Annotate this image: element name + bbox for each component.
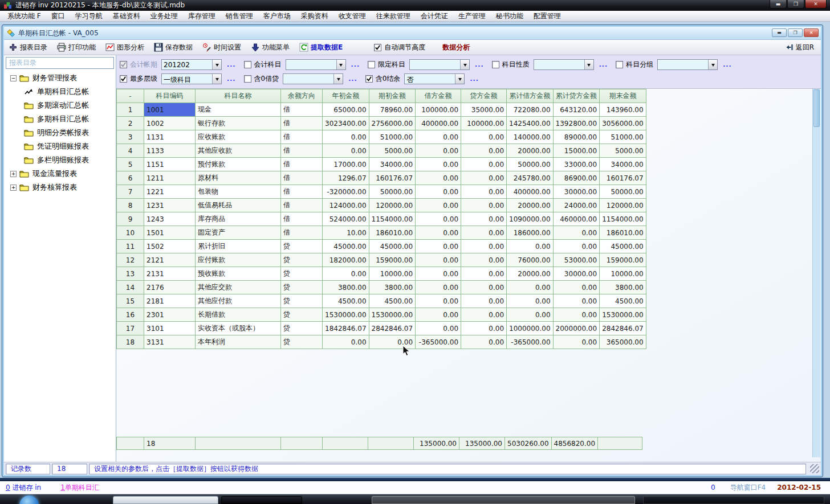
tree-item-multi-column-detail-ledger[interactable]: 多栏明细账报表 bbox=[6, 153, 114, 167]
credit-amount[interactable]: 0.00 bbox=[461, 171, 507, 185]
year-initial-amount[interactable]: 124000.00 bbox=[323, 199, 369, 212]
ending-amount[interactable]: 120000.00 bbox=[600, 199, 646, 212]
child-restore-button[interactable]: ❐ bbox=[788, 28, 803, 37]
year-initial-amount[interactable]: 0.00 bbox=[323, 335, 369, 349]
table-row[interactable]: 71221包装物借-320000.0050000.000.000.0040000… bbox=[117, 185, 646, 199]
ending-amount[interactable]: 2842846.07 bbox=[600, 322, 646, 335]
subject-code[interactable]: 3101 bbox=[144, 322, 196, 335]
credit-amount[interactable]: 0.00 bbox=[461, 144, 507, 158]
include-zero-balance-checkbox[interactable] bbox=[365, 75, 373, 83]
accum-debit-amount[interactable]: 0.00 bbox=[507, 308, 554, 322]
accum-credit-amount[interactable]: 0.00 bbox=[553, 308, 600, 322]
menu-item[interactable]: 窗口 bbox=[46, 11, 70, 21]
credit-amount[interactable]: 35000.00 bbox=[461, 103, 507, 117]
printer-button[interactable]: 打印功能 bbox=[57, 43, 96, 52]
chevron-down-icon[interactable] bbox=[336, 60, 345, 69]
table-row[interactable]: 183131本年利润贷0.000.00-365000.000.00-365000… bbox=[117, 335, 646, 349]
subject-code[interactable]: 1133 bbox=[144, 144, 196, 158]
row-number[interactable]: 3 bbox=[117, 130, 144, 144]
credit-amount[interactable]: 0.00 bbox=[461, 335, 507, 349]
table-row[interactable]: 81231低值易耗品借124000.00120000.000.000.00200… bbox=[117, 199, 646, 212]
ending-amount[interactable]: 3056000.00 bbox=[600, 117, 646, 130]
debit-amount[interactable]: 100000.00 bbox=[416, 103, 461, 117]
column-header-accum-credit-amount[interactable]: 累计贷方金额 bbox=[553, 89, 600, 103]
subject-name[interactable]: 其他应交款 bbox=[196, 281, 281, 294]
accounting-period-select[interactable]: 201202 bbox=[161, 59, 222, 70]
accum-debit-amount[interactable]: 76000.00 bbox=[507, 253, 554, 267]
expand-icon[interactable]: + bbox=[10, 185, 17, 191]
subject-code[interactable]: 1502 bbox=[144, 240, 196, 253]
row-number[interactable]: 7 bbox=[117, 185, 144, 199]
balance-direction[interactable]: 贷 bbox=[281, 308, 323, 322]
row-number[interactable]: 1 bbox=[117, 103, 144, 117]
period-initial-amount[interactable]: 45000.00 bbox=[369, 240, 416, 253]
down-arrow-button[interactable]: 功能菜单 bbox=[251, 43, 290, 52]
subject-code[interactable]: 2181 bbox=[144, 294, 196, 308]
row-number[interactable]: 4 bbox=[117, 144, 144, 158]
menu-item[interactable]: 配置管理 bbox=[528, 11, 566, 21]
collapse-icon[interactable]: − bbox=[10, 75, 17, 81]
tab-main-window[interactable]: 0 进销存 in bbox=[6, 483, 41, 493]
subject-name[interactable]: 原材料 bbox=[196, 171, 281, 185]
row-number[interactable]: 18 bbox=[117, 335, 144, 349]
debit-amount[interactable]: 0.00 bbox=[416, 212, 461, 226]
chart-button[interactable]: 图形分析 bbox=[105, 43, 144, 52]
accum-credit-amount[interactable]: 0.00 bbox=[553, 335, 600, 349]
row-number[interactable]: 5 bbox=[117, 158, 144, 171]
year-initial-amount[interactable]: 3800.00 bbox=[323, 281, 369, 294]
debit-amount[interactable]: 400000.00 bbox=[416, 117, 461, 130]
subject-code[interactable]: 1221 bbox=[144, 185, 196, 199]
tree-item-multi-period-subject-summary[interactable]: 多期科目汇总帐 bbox=[6, 112, 114, 126]
subject-code[interactable]: 2131 bbox=[144, 267, 196, 281]
accum-credit-amount[interactable]: 0.00 bbox=[553, 226, 600, 240]
balance-direction[interactable]: 借 bbox=[281, 212, 323, 226]
tab-report-window[interactable]: 1单期科目汇 bbox=[60, 483, 99, 493]
debit-amount[interactable]: 0.00 bbox=[416, 294, 461, 308]
year-initial-amount[interactable]: 0.00 bbox=[323, 144, 369, 158]
table-row[interactable]: 61211原材料借1296.07160176.070.000.00245780.… bbox=[117, 171, 646, 185]
nav-window-link[interactable]: 导航窗口F4 bbox=[730, 483, 766, 493]
period-initial-amount[interactable]: 51000.00 bbox=[369, 130, 416, 144]
row-number[interactable]: 10 bbox=[117, 226, 144, 240]
year-initial-amount[interactable]: 1842846.07 bbox=[323, 322, 369, 335]
table-row[interactable]: 173101实收资本（或股本）贷1842846.072842846.070.00… bbox=[117, 322, 646, 335]
credit-amount[interactable]: 0.00 bbox=[461, 281, 507, 294]
auto-height-checkbox[interactable] bbox=[374, 44, 381, 51]
balance-direction[interactable]: 借 bbox=[281, 199, 323, 212]
plus-button[interactable]: 报表目录 bbox=[9, 43, 47, 52]
taskbar-button[interactable] bbox=[221, 496, 302, 504]
table-row[interactable]: 41133其他应收款借0.005000.000.000.0020000.0015… bbox=[117, 144, 646, 158]
balance-direction[interactable]: 借 bbox=[281, 226, 323, 240]
expand-icon[interactable]: + bbox=[10, 171, 17, 177]
credit-amount[interactable]: 0.00 bbox=[461, 185, 507, 199]
row-number[interactable]: 6 bbox=[117, 171, 144, 185]
vertical-scrollbar[interactable] bbox=[812, 89, 820, 457]
subject-group-more-link[interactable]: ... bbox=[723, 61, 732, 68]
balance-direction[interactable]: 贷 bbox=[281, 294, 323, 308]
accum-credit-amount[interactable]: 15000.00 bbox=[553, 144, 600, 158]
column-header-subject-name[interactable]: 科目名称 bbox=[196, 89, 281, 103]
accum-debit-amount[interactable]: -365000.00 bbox=[507, 335, 554, 349]
accum-credit-amount[interactable]: 30000.00 bbox=[553, 267, 600, 281]
year-initial-amount[interactable]: -320000.00 bbox=[323, 185, 369, 199]
column-header-debit-amount[interactable]: 借方金额 bbox=[416, 89, 461, 103]
accounting-subject-checkbox[interactable] bbox=[244, 61, 251, 68]
accum-credit-amount[interactable]: 86900.00 bbox=[553, 171, 600, 185]
accum-debit-amount[interactable]: 20000.00 bbox=[507, 144, 554, 158]
subject-name[interactable]: 实收资本（或股本） bbox=[196, 322, 281, 335]
period-initial-amount[interactable]: 186010.00 bbox=[369, 226, 416, 240]
include-zero-balance-more-link[interactable]: ... bbox=[470, 75, 479, 83]
debit-amount[interactable]: 0.00 bbox=[416, 130, 461, 144]
chevron-down-icon[interactable] bbox=[460, 60, 469, 69]
accum-credit-amount[interactable]: 0.00 bbox=[553, 294, 600, 308]
ending-amount[interactable]: 143960.00 bbox=[600, 103, 646, 117]
include-zero-debit-credit-checkbox[interactable] bbox=[244, 75, 251, 83]
period-initial-amount[interactable]: 4500.00 bbox=[369, 294, 416, 308]
subject-name[interactable]: 包装物 bbox=[196, 185, 281, 199]
row-number[interactable]: 15 bbox=[117, 294, 144, 308]
period-initial-amount[interactable]: 3800.00 bbox=[369, 281, 416, 294]
credit-amount[interactable]: 0.00 bbox=[461, 253, 507, 267]
period-initial-amount[interactable]: 2842846.07 bbox=[369, 322, 416, 335]
limit-subject-more-link[interactable]: ... bbox=[475, 61, 484, 68]
accum-credit-amount[interactable]: 24000.00 bbox=[553, 199, 600, 212]
